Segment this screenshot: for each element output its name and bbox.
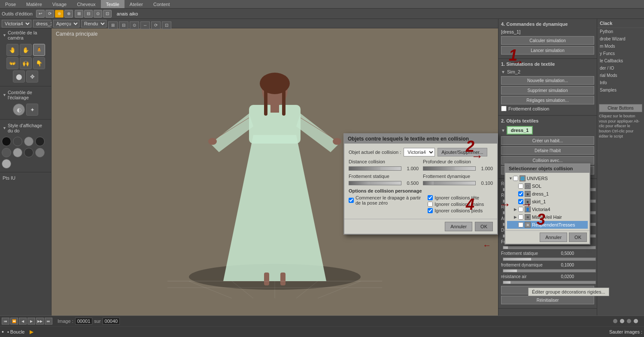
icon-resplendent: ≋ <box>525 222 531 228</box>
chk-ignorer-pieds[interactable] <box>428 208 433 213</box>
frottement-statique-row: 0.500 <box>349 181 419 186</box>
sl-frottement-dynamique-label: Frottement dynamique <box>423 174 479 179</box>
options-cols: Commencer le drapage à partirde la pose … <box>349 195 493 214</box>
chk-ignorer-tete-label: Ignorer collisions tête <box>434 195 479 200</box>
label-skirt1: skirt_1 <box>532 199 546 204</box>
icon-sol: □ <box>525 183 531 189</box>
tree-skirt1[interactable]: ◈ skirt_1 <box>507 198 588 205</box>
chk-skirt1[interactable] <box>518 199 523 204</box>
chk-resplendent[interactable] <box>518 222 523 227</box>
sl-profondeur-label: Profondeur de collision <box>423 159 479 164</box>
chk-victoria4[interactable] <box>518 207 523 212</box>
tree-misty[interactable]: ▶ ≋ Misty Veil Hair <box>507 213 588 221</box>
btn-ok-collision[interactable]: OK <box>475 222 493 231</box>
editer-groupe-btn[interactable]: Éditer groupe décorations rigides... <box>528 288 609 296</box>
chk-commencer[interactable] <box>349 198 354 203</box>
slider-distance: Distance collision <box>349 159 419 164</box>
profondeur-row: 1.000 <box>423 166 493 171</box>
expand-univers: ▼ <box>509 176 513 181</box>
btn-ok-select[interactable]: OK <box>569 233 587 242</box>
tree-univers[interactable]: ▼ 🌐 UNIVERS <box>507 175 588 182</box>
chk-ignorer-tete[interactable] <box>428 195 433 200</box>
options-right: Ignorer collisions tête Ignorer collisio… <box>428 195 484 214</box>
left-sliders: Distance collision 1.000 Frottement stat… <box>349 159 419 186</box>
slider-profondeur: Profondeur de collision <box>423 159 493 164</box>
chk-ignorer-mains[interactable] <box>428 202 433 207</box>
dialog-overlay: Objets contre lesquels le textile entre … <box>0 0 644 337</box>
sl-frottement-statique-label: Frottement statique <box>349 174 404 179</box>
distance-row: 1.000 <box>349 166 419 171</box>
chk-ignorer-pieds-row: Ignorer collisions pieds <box>428 208 484 213</box>
expand-misty: ▶ <box>514 215 518 219</box>
collision-dialog: Objets contre lesquels le textile entre … <box>343 133 498 235</box>
collision-dialog-body: Objet actuel de collision : Victoria4 Aj… <box>344 144 497 219</box>
label-sol: SOL <box>532 184 541 189</box>
btn-ajouter-supprimer[interactable]: Ajouter/Supprimer... <box>437 148 487 156</box>
options-left: Commencer le drapage à partirde la pose … <box>349 195 421 214</box>
chk-sol[interactable] <box>518 184 523 189</box>
arrow-5: ↓ <box>483 244 492 248</box>
icon-dress1: ◈ <box>525 191 531 197</box>
distance-value: 1.000 <box>401 166 419 171</box>
chk-commencer-row: Commencer le drapage à partirde la pose … <box>349 195 421 205</box>
label-misty: Misty Veil Hair <box>532 214 562 220</box>
chk-ignorer-tete-row: Ignorer collisions tête <box>428 195 484 200</box>
right-sliders: Profondeur de collision 1.000 Frottement… <box>423 159 493 186</box>
icon-misty: ≋ <box>525 214 531 220</box>
distance-slider[interactable] <box>349 166 401 171</box>
sliders-two-col: Distance collision 1.000 Frottement stat… <box>349 159 493 186</box>
profondeur-value: 1.000 <box>476 166 493 171</box>
select-dialog-body: ▼ 🌐 UNIVERS □ SOL ◈ dress_1 <box>505 173 589 230</box>
profondeur-slider[interactable] <box>423 166 476 171</box>
chk-univers[interactable] <box>513 176 518 181</box>
tree-dress1[interactable]: ◈ dress_1 <box>507 190 588 198</box>
tree-victoria4[interactable]: ▶ 👤 Victoria4 <box>507 205 588 213</box>
label-victoria4: Victoria4 <box>532 207 550 212</box>
select-dialog-title: Sélectionner objets collision <box>505 164 589 173</box>
chk-ignorer-mains-row: Ignorer collisions mains <box>428 202 484 207</box>
frottement-dynamique-row: 0.100 <box>423 181 493 186</box>
chk-ignorer-mains-label: Ignorer collisions mains <box>434 202 484 207</box>
objet-collision-label: Objet actuel de collision : <box>349 150 401 155</box>
expand-victoria4: ▶ <box>514 207 518 211</box>
btn-annuler-collision[interactable]: Annuler <box>445 222 472 231</box>
objet-collision-row: Objet actuel de collision : Victoria4 Aj… <box>349 148 493 156</box>
label-resplendent: ResplendentTresses <box>532 222 575 227</box>
arrow-1: → <box>512 55 524 69</box>
frottement-statique-slider[interactable] <box>349 181 401 185</box>
collision-dialog-footer: Annuler OK <box>344 219 497 234</box>
slider-frottement-dynamique: Frottement dynamique <box>423 174 493 179</box>
frottement-statique-value: 0.500 <box>401 181 419 186</box>
chk-ignorer-pieds-label: Ignorer collisions pieds <box>434 208 483 213</box>
tree-resplendent[interactable]: ≋ ResplendentTresses <box>507 221 588 229</box>
icon-victoria4: 👤 <box>525 206 531 212</box>
chk-misty[interactable] <box>518 214 523 220</box>
frottement-dynamique-value: 0.100 <box>476 181 493 186</box>
tree-sol[interactable]: □ SOL <box>507 182 588 190</box>
collision-dialog-titlebar: Objets contre lesquels le textile entre … <box>344 134 497 144</box>
chk-dress1[interactable] <box>518 191 523 196</box>
btn-annuler-select[interactable]: Annuler <box>540 233 567 242</box>
chk-commencer-label: Commencer le drapage à partirde la pose … <box>355 195 421 205</box>
icon-univers: 🌐 <box>519 175 526 181</box>
annotation-1: 1 <box>509 46 517 64</box>
frottement-dynamique-slider[interactable] <box>423 181 476 185</box>
slider-frottement-statique: Frottement statique <box>349 174 419 179</box>
icon-skirt1: ◈ <box>525 199 531 205</box>
select-dialog: Sélectionner objets collision ▼ 🌐 UNIVER… <box>504 163 590 245</box>
label-univers: UNIVERS <box>527 176 548 181</box>
options-title: Options de collision personnage <box>349 188 493 193</box>
select-dialog-footer: Annuler OK <box>505 230 589 244</box>
sl-distance-label: Distance collision <box>349 159 404 164</box>
label-dress1: dress_1 <box>532 191 549 196</box>
objet-collision-dropdown[interactable]: Victoria4 <box>404 148 435 156</box>
